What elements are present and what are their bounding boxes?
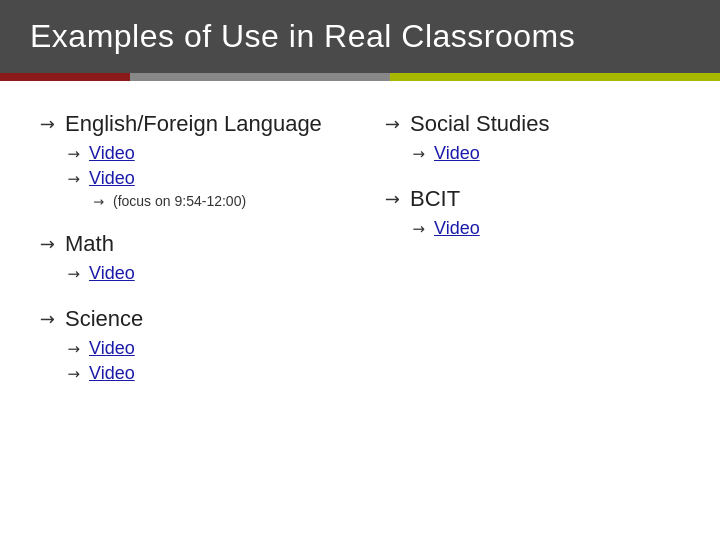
english-title: English/Foreign Language — [65, 111, 322, 137]
english-note-arrow-icon: ↗ — [91, 193, 108, 210]
english-video2-item: ↗ Video — [68, 168, 345, 189]
bar-yellow-green — [390, 73, 720, 81]
bcit-video1-item: ↗ Video — [413, 218, 690, 239]
section-bcit-header: ↗ BCIT — [385, 186, 690, 212]
english-video2-link[interactable]: Video — [89, 168, 135, 189]
bcit-title: BCIT — [410, 186, 460, 212]
bar-dark-red — [0, 73, 130, 81]
science-video1-arrow-icon: ↗ — [65, 339, 85, 359]
social-studies-arrow-icon: ↗ — [381, 112, 404, 135]
right-column: ↗ Social Studies ↗ Video ↗ BCIT ↗ Video — [365, 111, 690, 521]
science-title: Science — [65, 306, 143, 332]
english-video1-arrow-icon: ↗ — [65, 144, 85, 164]
english-note-item: ↗ (focus on 9:54-12:00) — [94, 193, 345, 209]
section-math: ↗ Math ↗ Video — [40, 231, 345, 284]
social-studies-title: Social Studies — [410, 111, 549, 137]
science-video2-link[interactable]: Video — [89, 363, 135, 384]
section-science: ↗ Science ↗ Video ↗ Video — [40, 306, 345, 384]
bcit-video1-arrow-icon: ↗ — [410, 219, 430, 239]
section-bcit: ↗ BCIT ↗ Video — [385, 186, 690, 239]
section-english: ↗ English/Foreign Language ↗ Video ↗ Vid… — [40, 111, 345, 209]
section-social-studies-header: ↗ Social Studies — [385, 111, 690, 137]
slide: Examples of Use in Real Classrooms ↗ Eng… — [0, 0, 720, 540]
science-video1-item: ↗ Video — [68, 338, 345, 359]
bcit-video1-link[interactable]: Video — [434, 218, 480, 239]
section-science-header: ↗ Science — [40, 306, 345, 332]
english-video2-arrow-icon: ↗ — [65, 169, 85, 189]
english-arrow-icon: ↗ — [36, 112, 59, 135]
content-area: ↗ English/Foreign Language ↗ Video ↗ Vid… — [0, 81, 720, 540]
social-studies-video1-item: ↗ Video — [413, 143, 690, 164]
slide-header: Examples of Use in Real Classrooms — [0, 0, 720, 73]
left-column: ↗ English/Foreign Language ↗ Video ↗ Vid… — [40, 111, 365, 521]
english-video1-item: ↗ Video — [68, 143, 345, 164]
english-video1-link[interactable]: Video — [89, 143, 135, 164]
math-video1-arrow-icon: ↗ — [65, 264, 85, 284]
math-arrow-icon: ↗ — [36, 232, 59, 255]
english-note-text: (focus on 9:54-12:00) — [113, 193, 246, 209]
section-english-header: ↗ English/Foreign Language — [40, 111, 345, 137]
social-studies-video1-arrow-icon: ↗ — [410, 144, 430, 164]
math-title: Math — [65, 231, 114, 257]
section-math-header: ↗ Math — [40, 231, 345, 257]
science-video2-arrow-icon: ↗ — [65, 364, 85, 384]
science-video2-item: ↗ Video — [68, 363, 345, 384]
slide-title: Examples of Use in Real Classrooms — [30, 18, 690, 55]
math-video1-link[interactable]: Video — [89, 263, 135, 284]
social-studies-video1-link[interactable]: Video — [434, 143, 480, 164]
bar-gray — [130, 73, 390, 81]
bcit-arrow-icon: ↗ — [381, 187, 404, 210]
science-arrow-icon: ↗ — [36, 307, 59, 330]
science-video1-link[interactable]: Video — [89, 338, 135, 359]
section-social-studies: ↗ Social Studies ↗ Video — [385, 111, 690, 164]
color-bar — [0, 73, 720, 81]
math-video1-item: ↗ Video — [68, 263, 345, 284]
